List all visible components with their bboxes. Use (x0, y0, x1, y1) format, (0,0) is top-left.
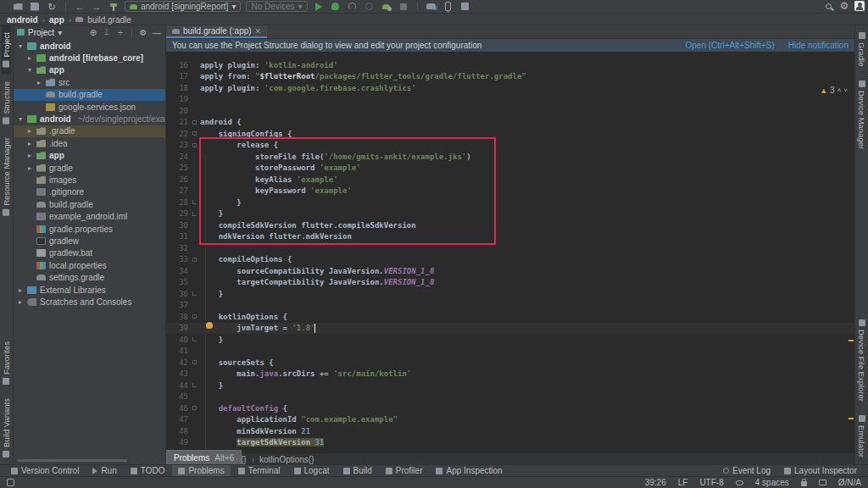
code-line-41[interactable]: 41 (166, 346, 854, 358)
open-project-structure-link[interactable]: Open (Ctrl+Alt+Shift+S) (686, 41, 775, 50)
tree-item-gradlew-bat[interactable]: gradlew.bat (14, 247, 165, 259)
code-line-26[interactable]: 26 keyAlias 'example' (166, 174, 854, 186)
profiler-icon[interactable] (347, 2, 359, 12)
run-icon[interactable] (313, 2, 325, 12)
screen-reader-icon[interactable] (819, 480, 826, 485)
fold-marker-icon[interactable] (188, 200, 200, 204)
tool-strip-button-device-manager[interactable]: Device Manager (857, 74, 866, 156)
build-hammer-icon[interactable] (108, 2, 120, 12)
stop-icon[interactable] (398, 2, 409, 12)
debug-icon[interactable] (330, 2, 342, 12)
code-line-20[interactable]: 20 (166, 105, 854, 117)
fold-marker-icon[interactable] (188, 258, 200, 262)
tree-toggle-icon[interactable]: ▸ (26, 54, 33, 62)
tree-item-google-services-json[interactable]: google-services.json (14, 101, 165, 113)
tree-item-example-android-iml[interactable]: example_android.iml (14, 210, 165, 222)
write-lock-icon[interactable] (801, 481, 807, 486)
code-line-24[interactable]: 24 storeFile file('/home/gmits-ankit/exa… (166, 151, 854, 163)
fold-marker-icon[interactable] (188, 314, 200, 319)
code-line-22[interactable]: 22 signingConfigs { (166, 128, 854, 140)
code-line-21[interactable]: 21android { (166, 117, 854, 129)
tree-toggle-icon[interactable]: ▾ (17, 42, 24, 50)
locate-file-icon[interactable]: ⊕ (88, 28, 98, 37)
toolwindow-button-problems[interactable]: Problems (172, 465, 230, 477)
toolwindow-button-layout-inspector[interactable]: Layout Inspector (778, 465, 863, 477)
tree-toggle-icon[interactable]: ▾ (26, 66, 33, 74)
breadcrumb-kotlinoptions[interactable]: kotlinOptions{} (259, 455, 314, 464)
fold-marker-icon[interactable] (188, 291, 200, 296)
tab-build-gradle[interactable]: build.gradle (:app) ✕ (166, 25, 267, 38)
tree-item-build-gradle[interactable]: build.gradle (14, 198, 165, 210)
gradle-sync-icon[interactable] (426, 2, 437, 12)
code-line-35[interactable]: 35 targetCompatibility JavaVersion.VERSI… (166, 277, 854, 289)
code-line-38[interactable]: 38 kotlinOptions { (166, 311, 854, 323)
code-line-36[interactable]: 36 } (166, 288, 854, 300)
toolwindow-switcher-icon[interactable] (7, 479, 14, 486)
open-folder-icon[interactable] (12, 2, 24, 12)
horizontal-scrollbar[interactable] (17, 459, 127, 462)
run-configuration-select[interactable]: android [signingReport] ▾ (125, 1, 241, 12)
code-line-25[interactable]: 25 storePassword 'example' (166, 163, 854, 175)
back-icon[interactable]: ← (74, 2, 86, 12)
tree-item-android-firebase-core-[interactable]: ▸android [firebase_core] (14, 52, 165, 64)
toolwindow-button-todo[interactable]: TODO (125, 465, 171, 477)
tree-item-settings-gradle[interactable]: settings.gradle (14, 271, 165, 283)
forward-icon[interactable]: → (91, 2, 103, 12)
toolwindow-button-profiler[interactable]: Profiler (380, 465, 429, 477)
fold-marker-icon[interactable] (188, 120, 200, 125)
fold-marker-icon[interactable] (188, 383, 200, 387)
intention-bulb-icon[interactable] (206, 322, 213, 329)
toolwindow-button-version-control[interactable]: Version Control (5, 465, 85, 477)
line-separator[interactable]: LF (678, 478, 688, 487)
memory-indicator[interactable]: Ø/N/A (838, 478, 861, 487)
tool-strip-button-emulator[interactable]: Emulator (857, 408, 866, 464)
breadcrumb-app[interactable]: app (49, 15, 64, 25)
code-line-44[interactable]: 44 } (166, 380, 854, 391)
tool-strip-button-device-file-explorer[interactable]: Device File Explorer (857, 313, 866, 408)
expand-all-icon[interactable]: ⌶ (102, 27, 112, 37)
tool-strip-button-project[interactable]: Project (2, 25, 11, 75)
panel-options-gear-icon[interactable]: ⚙ (138, 28, 148, 37)
tree-item-gradle[interactable]: ▸gradle (14, 162, 165, 174)
tree-item-external-libraries[interactable]: ▸External Libraries (14, 284, 165, 296)
tree-item-local-properties[interactable]: local.properties (14, 259, 165, 271)
code-line-43[interactable]: 43 main.java.srcDirs += 'src/main/kotlin… (166, 369, 854, 380)
tree-item-build-gradle[interactable]: build.gradle (14, 89, 165, 101)
tree-item-android[interactable]: ▾android~/dev/singleproject/exam (14, 113, 165, 125)
tree-item-app[interactable]: ▾app (14, 64, 165, 76)
tree-item-gradlew[interactable]: gradlew (14, 235, 165, 247)
tree-item--gradle[interactable]: ▸.gradle (14, 125, 165, 137)
tree-toggle-icon[interactable]: ▸ (36, 79, 42, 86)
code-line-45[interactable]: 45 (166, 391, 854, 403)
code-line-39[interactable]: 39 jvmTarget = '1.8' (166, 323, 854, 335)
tree-toggle-icon[interactable]: ▸ (26, 164, 33, 172)
breadcrumb-file[interactable]: build.gradle (87, 15, 131, 25)
code-line-29[interactable]: 29 } (166, 208, 854, 220)
indent-setting[interactable]: 4 spaces (755, 478, 789, 487)
attach-debugger-icon[interactable] (364, 2, 376, 12)
device-select[interactable]: No Devices ▾ (246, 1, 307, 12)
sync-icon[interactable]: ↻ (46, 2, 58, 12)
fold-marker-icon[interactable] (188, 131, 200, 136)
fold-marker-icon[interactable] (188, 212, 200, 216)
collapse-all-icon[interactable]: ÷ (115, 28, 125, 37)
tree-item-scratches-and-consoles[interactable]: ▸Scratches and Consoles (14, 296, 165, 308)
tree-toggle-icon[interactable]: ▸ (26, 152, 33, 159)
code-line-16[interactable]: 16apply plugin: 'kotlin-android' (166, 59, 854, 71)
tree-item-src[interactable]: ▸src (14, 76, 165, 88)
toolwindow-button-terminal[interactable]: Terminal (232, 465, 287, 477)
hide-notification-link[interactable]: Hide notification (788, 41, 849, 50)
code-line-19[interactable]: 19 (166, 94, 854, 106)
code-line-31[interactable]: 31 ndkVersion flutter.ndkVersion (166, 231, 854, 243)
tool-strip-button-favorites[interactable]: Favorites (2, 335, 11, 391)
close-tab-icon[interactable]: ✕ (255, 27, 262, 36)
code-line-17[interactable]: 17apply from: "$flutterRoot/packages/flu… (166, 71, 854, 83)
fold-marker-icon[interactable] (188, 337, 200, 341)
fold-marker-icon[interactable] (188, 360, 200, 364)
file-encoding[interactable]: UTF-8 (699, 478, 723, 487)
apply-changes-icon[interactable] (381, 2, 392, 12)
code-line-37[interactable]: 37 (166, 300, 854, 312)
toolwindow-button-event-log[interactable]: Event Log (717, 465, 776, 477)
code-line-28[interactable]: 28 } (166, 197, 854, 208)
project-panel-title[interactable]: Project (28, 28, 54, 37)
